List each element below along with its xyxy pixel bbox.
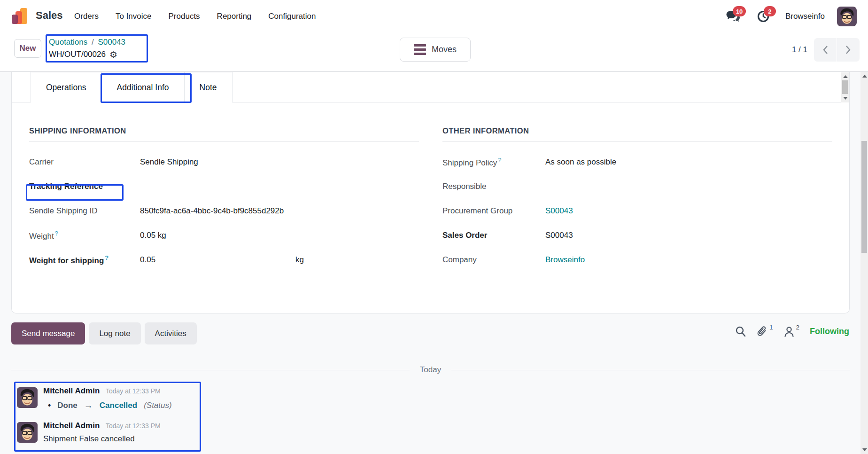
pager: 1 / 1 xyxy=(792,38,860,62)
app-brand[interactable]: Sales xyxy=(11,6,63,25)
field-row-sendle-shipping-id: Sendle Shipping ID 850fc9fa-ac6a-4bbc-9c… xyxy=(29,199,419,223)
scroll-up-arrow-icon[interactable] xyxy=(862,75,867,78)
shipping-policy-label: Shipping Policy? xyxy=(442,157,545,168)
activities-button[interactable]: Activities xyxy=(145,322,197,344)
sales-order-label: Sales Order xyxy=(442,231,545,240)
carrier-value: Sendle Shipping xyxy=(140,157,419,167)
pager-next-button[interactable] xyxy=(837,38,860,62)
weight-uom: kg xyxy=(295,255,304,265)
shipping-information-group: SHIPPING INFORMATION Carrier Sendle Ship… xyxy=(29,126,419,272)
scroll-down-arrow-icon[interactable] xyxy=(843,97,848,100)
search-messages-button[interactable] xyxy=(735,325,746,337)
form-sheet: Operations Additional Info Note SHIPPING… xyxy=(11,72,850,313)
menu-configuration[interactable]: Configuration xyxy=(268,12,316,21)
help-icon[interactable]: ? xyxy=(498,157,501,164)
odoo-delivery-form-screen: Sales Orders To Invoice Products Reporti… xyxy=(0,0,868,454)
followers-button[interactable]: 2 xyxy=(783,325,800,337)
attachments-count: 1 xyxy=(769,324,773,331)
date-divider-label: Today xyxy=(410,365,451,375)
other-information-title: OTHER INFORMATION xyxy=(442,126,832,135)
message-author-avatar[interactable] xyxy=(17,422,38,443)
field-row-tracking-reference: Tracking Reference xyxy=(29,174,419,199)
company-label: Company xyxy=(442,255,545,265)
message-note[interactable]: Mitchell Admin Today at 12:33 PM Shipmen… xyxy=(17,421,674,449)
tracking-field-name: (Status) xyxy=(144,401,172,410)
moves-label: Moves xyxy=(432,45,457,55)
navbar-right: 10 2 Browseinfo xyxy=(723,0,857,33)
field-row-responsible: Responsible xyxy=(442,174,832,199)
breadcrumb-current-record: WH/OUT/00026 xyxy=(49,48,106,61)
following-toggle[interactable]: Following xyxy=(810,325,849,337)
message-author[interactable]: Mitchell Admin xyxy=(43,386,100,395)
app-name: Sales xyxy=(36,9,63,22)
sales-app-logo-icon xyxy=(11,6,30,25)
field-row-company: Company Browseinfo xyxy=(442,248,832,272)
shipping-policy-value: As soon as possible xyxy=(545,157,832,167)
date-divider: Today xyxy=(11,364,850,376)
new-button[interactable]: New xyxy=(14,39,41,58)
log-note-button[interactable]: Log note xyxy=(89,322,140,344)
field-row-carrier: Carrier Sendle Shipping xyxy=(29,150,419,174)
tracking-new-value: Cancelled xyxy=(100,401,137,410)
scroll-down-arrow-icon[interactable] xyxy=(862,448,867,451)
search-icon xyxy=(735,325,746,337)
moves-smart-button[interactable]: Moves xyxy=(400,38,471,62)
company-switcher[interactable]: Browseinfo xyxy=(785,12,825,21)
sendle-shipping-id-label: Sendle Shipping ID xyxy=(29,206,140,216)
company-link[interactable]: Browseinfo xyxy=(545,255,585,264)
messages-menu[interactable]: 10 xyxy=(723,7,742,26)
moves-list-icon xyxy=(414,44,426,55)
message-time: Today at 12:33 PM xyxy=(106,387,161,395)
responsible-label: Responsible xyxy=(442,182,545,191)
user-avatar[interactable] xyxy=(837,7,857,26)
section-divider xyxy=(29,141,419,141)
notebook-scrollbar-thumb[interactable] xyxy=(842,80,848,94)
gear-icon[interactable]: ⚙ xyxy=(109,50,117,59)
notebook-tabs: Operations Additional Info Note xyxy=(31,72,232,102)
field-row-weight-for-shipping: Weight for shipping? 0.05kg xyxy=(29,248,419,272)
tab-note[interactable]: Note xyxy=(185,72,232,102)
help-icon[interactable]: ? xyxy=(55,230,58,237)
notebook-scrollbar[interactable] xyxy=(841,72,849,102)
sendle-shipping-id-value: 850fc9fa-ac6a-4bbc-9c4b-bf9c855d292b xyxy=(140,206,419,216)
page-scrollbar-thumb[interactable] xyxy=(861,141,867,253)
procurement-group-link[interactable]: S00043 xyxy=(545,206,573,215)
menu-to-invoice[interactable]: To Invoice xyxy=(116,12,152,21)
send-message-button[interactable]: Send message xyxy=(11,322,85,344)
weight-label: Weight? xyxy=(29,230,140,241)
pager-previous-button[interactable] xyxy=(814,38,837,62)
scroll-up-arrow-icon[interactable] xyxy=(843,75,848,78)
activities-menu[interactable]: 2 xyxy=(754,7,773,26)
activities-count-badge: 2 xyxy=(764,6,776,16)
breadcrumb-sale-order-link[interactable]: S00043 xyxy=(98,38,125,47)
tab-additional-info[interactable]: Additional Info xyxy=(102,72,185,102)
section-divider xyxy=(442,141,832,141)
menu-reporting[interactable]: Reporting xyxy=(217,12,252,21)
breadcrumb-quotations-link[interactable]: Quotations xyxy=(49,38,87,47)
attachments-button[interactable]: 1 xyxy=(757,325,773,337)
procurement-group-label: Procurement Group xyxy=(442,206,545,216)
help-icon[interactable]: ? xyxy=(105,254,108,261)
page-scrollbar[interactable] xyxy=(860,72,868,454)
weight-for-shipping-value[interactable]: 0.05kg xyxy=(140,255,419,265)
message-author[interactable]: Mitchell Admin xyxy=(43,421,100,430)
field-row-procurement-group: Procurement Group S00043 xyxy=(442,199,832,223)
menu-orders[interactable]: Orders xyxy=(74,12,99,21)
chevron-left-icon xyxy=(822,45,828,55)
top-menu: Orders To Invoice Products Reporting Con… xyxy=(74,0,316,33)
weight-value: 0.05 kg xyxy=(140,231,419,240)
chevron-right-icon xyxy=(845,45,851,55)
navbar: Sales Orders To Invoice Products Reporti… xyxy=(0,0,868,33)
weight-for-shipping-label: Weight for shipping? xyxy=(29,254,140,266)
message-author-avatar[interactable] xyxy=(17,387,38,408)
shipping-information-title: SHIPPING INFORMATION xyxy=(29,126,419,135)
menu-products[interactable]: Products xyxy=(169,12,200,21)
message-tracking[interactable]: Mitchell Admin Today at 12:33 PM • Done … xyxy=(17,386,674,417)
tab-operations[interactable]: Operations xyxy=(31,72,102,102)
carrier-label: Carrier xyxy=(29,157,140,167)
paperclip-icon xyxy=(757,325,768,337)
messages-count-badge: 10 xyxy=(733,6,746,16)
tracking-reference-label: Tracking Reference xyxy=(29,182,140,191)
other-information-group: OTHER INFORMATION Shipping Policy? As so… xyxy=(442,126,832,272)
tracking-old-value: Done xyxy=(57,401,78,410)
